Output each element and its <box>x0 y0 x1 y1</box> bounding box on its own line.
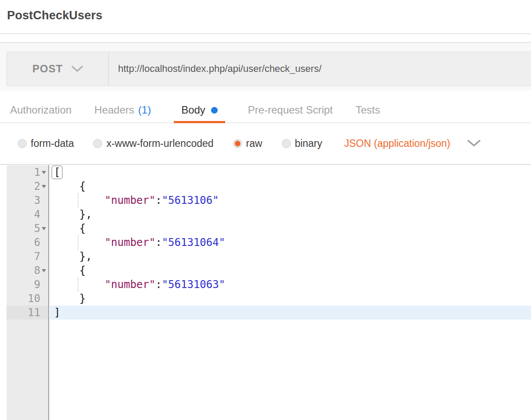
code-token <box>54 236 105 249</box>
tab-pre-request-script[interactable]: Pre-request Script <box>248 98 333 122</box>
code-line-10[interactable]: } <box>50 292 531 306</box>
tab-body[interactable]: Body <box>174 98 225 122</box>
active-tab-underline <box>174 121 225 123</box>
url-section: POST http://localhost/index.php/api/user… <box>0 42 531 90</box>
tab-tests[interactable]: Tests <box>355 98 380 122</box>
fold-slot <box>40 171 47 174</box>
code-token: : <box>155 278 161 291</box>
code-token <box>54 194 105 206</box>
url-input[interactable]: http://localhost/index.php/api/user/chec… <box>109 52 531 85</box>
gutter-line-9: 9 <box>7 278 48 292</box>
tab-headers[interactable]: Headers(1) <box>94 98 151 122</box>
gutter-line-7: 7 <box>7 249 48 263</box>
bracket-match-highlight: [ <box>51 165 63 179</box>
code-line-9[interactable]: "number":"56131063" <box>50 278 531 292</box>
code-line-3[interactable]: "number":"5613106" <box>50 193 531 207</box>
chevron-down-icon <box>72 66 83 72</box>
code-token: ] <box>54 306 60 319</box>
code-token <box>54 278 105 291</box>
code-token: } <box>54 292 86 305</box>
line-number: 10 <box>28 292 40 306</box>
raw-body-editor: 1234567891011 [ { "number":"5613106" }, … <box>0 164 531 420</box>
code-line-2[interactable]: { <box>50 179 531 193</box>
body-type-radio-x-www-form-urlencoded[interactable]: x-www-form-urlencoded <box>93 138 213 149</box>
code-token: }, <box>54 208 92 221</box>
code-token: "number" <box>105 236 156 249</box>
radio-circle <box>18 139 27 148</box>
code-token: { <box>54 264 86 277</box>
radio-label: x-www-form-urlencoded <box>106 138 213 149</box>
line-number: 3 <box>34 193 40 207</box>
indent-guide-line <box>78 235 79 249</box>
code-token: { <box>54 222 86 235</box>
request-title: PostCheckUsers <box>7 9 102 22</box>
method-label: POST <box>32 63 63 75</box>
line-number: 11 <box>28 306 40 320</box>
line-number: 6 <box>34 235 40 249</box>
code-token: : <box>155 236 161 249</box>
line-number: 1 <box>34 165 40 179</box>
postman-request-view: PostCheckUsers POST http://localhost/ind… <box>0 0 531 420</box>
url-value: http://localhost/index.php/api/user/chec… <box>118 63 322 75</box>
tab-label: Tests <box>355 104 380 116</box>
line-number: 7 <box>34 249 40 263</box>
fold-slot <box>40 269 47 272</box>
gutter-line-3: 3 <box>7 193 48 207</box>
code-token: "number" <box>105 194 156 206</box>
code-token: }, <box>54 250 92 263</box>
gutter-line-10: 10 <box>7 292 48 306</box>
line-number: 9 <box>34 278 40 292</box>
header-divider <box>0 33 531 34</box>
fold-collapse-icon[interactable] <box>42 171 46 174</box>
method-dropdown[interactable]: POST <box>7 52 109 85</box>
body-has-content-dot <box>211 107 218 114</box>
tab-label: Pre-request Script <box>248 104 333 116</box>
line-number: 5 <box>34 221 40 235</box>
editor-gutter: 1234567891011 <box>7 165 49 420</box>
code-line-4[interactable]: }, <box>50 207 531 221</box>
gutter-line-1: 1 <box>7 165 48 179</box>
gutter-line-2: 2 <box>7 179 48 193</box>
code-line-1[interactable]: [ <box>50 165 531 179</box>
code-line-6[interactable]: "number":"56131064" <box>50 235 531 249</box>
fold-slot <box>40 227 47 230</box>
code-token: "number" <box>105 278 156 291</box>
code-line-11[interactable]: ] <box>50 306 531 320</box>
body-type-radio-raw[interactable]: raw <box>233 138 262 149</box>
radio-circle <box>93 139 102 148</box>
content-type-label: JSON (application/json) <box>344 138 450 149</box>
tab-label: Authorization <box>10 104 72 116</box>
code-token: : <box>155 194 161 206</box>
code-token: "56131063" <box>162 278 226 291</box>
code-token: "5613106" <box>162 194 219 206</box>
code-token: [ <box>54 166 60 178</box>
fold-slot <box>40 185 47 188</box>
code-line-8[interactable]: { <box>50 263 531 278</box>
tab-authorization[interactable]: Authorization <box>10 98 72 122</box>
indent-guide-line <box>78 193 79 207</box>
gutter-line-5: 5 <box>7 221 48 235</box>
headers-count-badge: (1) <box>138 104 151 116</box>
gutter-line-4: 4 <box>7 207 48 221</box>
editor-code-area[interactable]: [ { "number":"5613106" }, { "number":"56… <box>50 165 531 420</box>
body-type-radio-binary[interactable]: binary <box>282 138 323 149</box>
line-number: 4 <box>34 207 40 221</box>
gutter-line-8: 8 <box>7 263 48 278</box>
fold-collapse-icon[interactable] <box>42 185 46 188</box>
body-type-radio-form-data[interactable]: form-data <box>18 138 74 149</box>
indent-guide-line <box>78 278 79 292</box>
radio-label: binary <box>295 138 323 149</box>
radio-label: form-data <box>31 138 74 149</box>
gutter-line-11: 11 <box>7 306 48 320</box>
radio-circle <box>233 139 242 148</box>
tab-label: Headers <box>94 104 134 116</box>
content-type-dropdown[interactable]: JSON (application/json) <box>344 138 481 149</box>
code-line-5[interactable]: { <box>50 221 531 235</box>
url-bar: POST http://localhost/index.php/api/user… <box>7 52 531 86</box>
fold-collapse-icon[interactable] <box>42 269 46 272</box>
chevron-down-icon <box>467 140 481 147</box>
code-line-7[interactable]: }, <box>50 249 531 263</box>
gutter-line-6: 6 <box>7 235 48 249</box>
tab-label: Body <box>181 104 205 116</box>
fold-collapse-icon[interactable] <box>42 227 46 230</box>
